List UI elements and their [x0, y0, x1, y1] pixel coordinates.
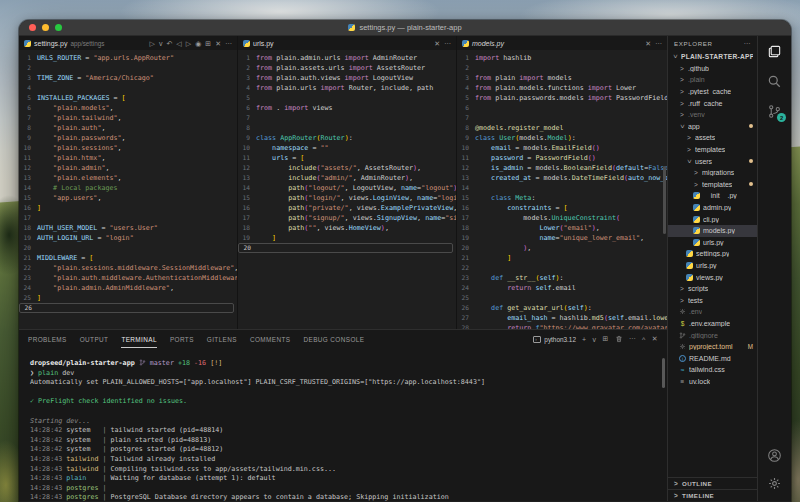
tree-item-migrations[interactable]: >migrations [668, 167, 757, 179]
editor-tab-settings.py[interactable]: settings.pyapp/settings▷v↶◁▷◉⊞✕⋯ [19, 36, 237, 50]
debug-run-icon[interactable]: ◉ [195, 40, 201, 47]
tree-root-plain-starter-app[interactable]: >PLAIN-STARTER-APP [668, 51, 757, 63]
line-number: 10 [457, 143, 475, 153]
token: lower [652, 313, 667, 323]
chevron-icon: > [672, 54, 679, 60]
tree-item--pytest-cache[interactable]: >.pytest_cache [668, 86, 757, 98]
close-window-button[interactable] [29, 24, 36, 31]
new-terminal-icon[interactable]: + [582, 336, 587, 343]
split-editor-icon[interactable]: ⊞ [205, 40, 211, 47]
split-terminal-icon[interactable]: ⊞ [602, 335, 608, 343]
tree-item-settings-py[interactable]: settings.py [668, 248, 757, 260]
more-actions-icon[interactable]: ⋯ [444, 40, 451, 47]
maximize-panel-icon[interactable]: ^ [642, 336, 646, 343]
tree-item-templates[interactable]: >templates [668, 144, 757, 156]
editor-scrollbar[interactable] [663, 166, 666, 234]
sidebar-section-timeline[interactable]: >TIMELINE [668, 489, 757, 501]
sidebar-section-outline[interactable]: >OUTLINE [668, 477, 757, 489]
tree-item-scripts[interactable]: >scripts [668, 283, 757, 295]
line-number: 10 [19, 143, 37, 153]
panel-tab-terminal[interactable]: TERMINAL [121, 330, 157, 348]
tree-item--env-example[interactable]: $.env.example [668, 318, 757, 330]
tree-item-readme-md[interactable]: iREADME.md [668, 352, 757, 364]
code-editor[interactable]: 1import hashlib23from plain import model… [457, 50, 667, 329]
token: , views. [345, 213, 377, 223]
panel-tab-debug-console[interactable]: DEBUG CONSOLE [303, 330, 364, 348]
sidebar-more-actions-icon[interactable]: ⋯ [743, 40, 751, 48]
terminal-scrollbar[interactable] [662, 358, 665, 388]
tree-item-app[interactable]: >app [668, 121, 757, 133]
tree-item-tests[interactable]: >tests [668, 294, 757, 306]
tree-item--gitignore[interactable]: .gitignore [668, 329, 757, 341]
editor-tab-models.py[interactable]: models.py✕⋯ [457, 36, 667, 50]
line-number: 3 [457, 73, 475, 83]
tree-item--plain[interactable]: >.plain [668, 74, 757, 86]
tree-item-uv-lock[interactable]: ≡uv.lock [668, 376, 757, 388]
token: import [519, 73, 547, 83]
kill-terminal-icon[interactable] [615, 335, 623, 343]
terminal-token: system [66, 445, 102, 453]
panel-tab-comments[interactable]: COMMENTS [250, 330, 290, 348]
tree-item--venv[interactable]: >.venv [668, 109, 757, 121]
search-activity-icon[interactable] [767, 74, 782, 89]
tree-item--env[interactable]: .env [668, 306, 757, 318]
settings-gear-icon[interactable] [767, 476, 782, 491]
editor-tab-urls.py[interactable]: urls.py✕⋯ [238, 36, 456, 50]
close-icon[interactable]: ✕ [215, 40, 221, 47]
terminal-token: | [103, 474, 111, 482]
minimize-window-button[interactable] [42, 24, 49, 31]
more-actions-icon[interactable]: ⋯ [629, 335, 636, 343]
previous-change-icon[interactable]: ◁ [176, 40, 181, 47]
terminal-output[interactable]: dropseed/plain-starter-app master +18 -1… [19, 348, 667, 502]
tree-item-models-py[interactable]: models.py [668, 225, 757, 237]
panel-tab-output[interactable]: OUTPUT [80, 330, 109, 348]
token: "plain.models" [53, 103, 109, 113]
tree-item-templates[interactable]: >templates [668, 179, 757, 191]
token: self [568, 303, 584, 313]
zoom-window-button[interactable] [55, 24, 62, 31]
tree-item-views-py[interactable]: views.py [668, 271, 757, 283]
token: "signup" [445, 213, 456, 223]
tree-item-label: tailwind.css [689, 366, 725, 373]
active-terminal-shell[interactable]: › python3.12 [533, 336, 576, 343]
tree-item-users[interactable]: >users [668, 155, 757, 167]
launch-profile-dropdown-icon[interactable]: v [592, 336, 596, 343]
next-change-icon[interactable]: ▷ [186, 40, 191, 47]
tree-item-label: urls.py [703, 239, 724, 246]
terminal-line: 14:28:42 system | plain started (pid=488… [30, 436, 667, 446]
explorer-activity-icon[interactable] [767, 44, 782, 59]
tree-item-tailwind-css[interactable]: ≈tailwind.css [668, 364, 757, 376]
window-titlebar[interactable]: settings.py — plain-starter-app [19, 20, 791, 36]
tree-item-pyproject-toml[interactable]: pyproject.tomlM [668, 341, 757, 353]
code-editor[interactable]: 1URLS_ROUTER = "app.urls.AppRouter"23TIM… [19, 50, 237, 313]
tree-item-urls-py[interactable]: urls.py [668, 237, 757, 249]
close-panel-icon[interactable]: ✕ [652, 335, 658, 343]
panel-tab-ports[interactable]: PORTS [170, 330, 194, 348]
run-python-file-icon[interactable]: ▷ [150, 40, 155, 47]
line-number: 23 [457, 273, 475, 283]
panel-tab-problems[interactable]: PROBLEMS [28, 330, 67, 348]
run-dropdown-icon[interactable]: v [159, 40, 163, 47]
token [475, 283, 507, 293]
tree-item-urls-py[interactable]: urls.py [668, 260, 757, 272]
account-icon[interactable] [767, 448, 782, 463]
terminal-token: [!] [206, 359, 222, 367]
tree-item-admin-py[interactable]: admin.py [668, 202, 757, 214]
token: models. [519, 133, 547, 143]
tree-item-assets[interactable]: >assets [668, 132, 757, 144]
panel-tab-gitlens[interactable]: GITLENS [207, 330, 237, 348]
tree-item-cli-py[interactable]: cli.py [668, 213, 757, 225]
sidebar-sections: >OUTLINE>TIMELINE [668, 477, 757, 501]
tree-item--init-py[interactable]: __init__.py [668, 190, 757, 202]
close-icon[interactable]: ✕ [434, 40, 440, 47]
source-control-activity-icon[interactable]: 2 [767, 104, 782, 119]
go-back-icon[interactable]: ↶ [166, 40, 172, 47]
more-actions-icon[interactable]: ⋯ [655, 40, 662, 47]
tree-item--github[interactable]: >.github [668, 63, 757, 75]
close-icon[interactable]: ✕ [645, 40, 651, 47]
more-actions-icon[interactable]: ⋯ [225, 40, 232, 47]
code-editor[interactable]: 1from plain.admin.urls import AdminRoute… [238, 50, 456, 253]
token: Model [548, 133, 568, 143]
tree-item--ruff-cache[interactable]: >.ruff_cache [668, 97, 757, 109]
tree-item-label: .pytest_cache [688, 88, 731, 95]
